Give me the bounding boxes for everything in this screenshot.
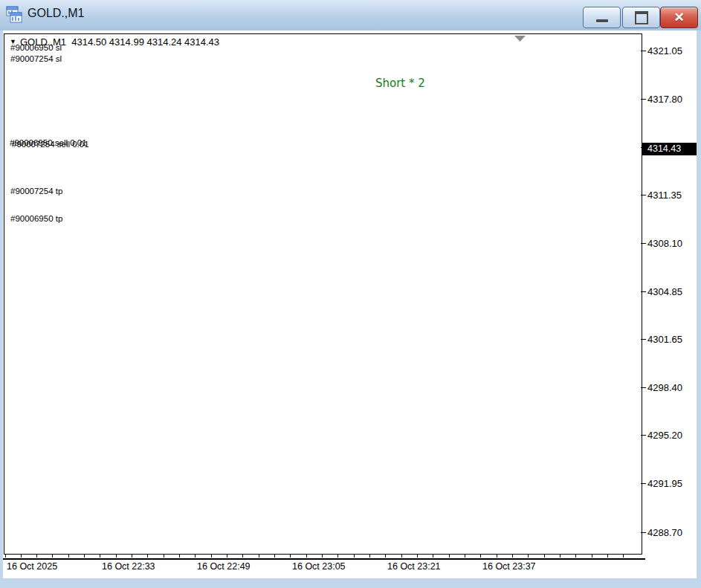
plot-border <box>4 33 642 554</box>
price-axis-label[interactable]: 4308.10 <box>647 238 682 249</box>
price-axis-label[interactable]: 4288.70 <box>647 527 682 538</box>
current-price-badge: 4314.43 <box>642 143 697 155</box>
time-axis-label[interactable]: 16 Oct 23:05 <box>292 561 346 572</box>
chart-canvas[interactable] <box>0 0 701 588</box>
price-axis-label[interactable]: 4317.80 <box>647 94 682 105</box>
order-label-tp[interactable]: #90007254 tp <box>10 187 62 196</box>
price-axis-label[interactable]: 4301.65 <box>647 334 682 345</box>
symbol-dropdown-arrow-icon: ▼ <box>10 38 16 45</box>
price-axis-label[interactable]: 4304.85 <box>647 286 682 297</box>
price-axis-label[interactable]: 4321.05 <box>647 45 682 56</box>
price-axis-label[interactable]: 4295.20 <box>647 430 682 441</box>
time-axis-label[interactable]: 16 Oct 2025 <box>7 561 57 572</box>
time-axis-label[interactable]: 16 Oct 23:37 <box>482 561 536 572</box>
chart-ohlc-header: ▼GOLD.,M1 4314.50 4314.99 4314.24 4314.4… <box>10 36 219 48</box>
short-annotation-text[interactable]: Short * 2 <box>375 77 425 90</box>
order-label-tp[interactable]: #90006950 tp <box>10 214 62 223</box>
mt4-chart-window: GOLD.,M1 ✕ ▼GOLD.,M1 4314.50 4314.99 431… <box>0 0 701 588</box>
price-axis-label[interactable]: 4311.35 <box>647 190 682 201</box>
time-axis-label[interactable]: 16 Oct 23:21 <box>387 561 441 572</box>
order-label-sell[interactable]: #90007254 sell 0.01 <box>12 140 89 149</box>
order-label-sl[interactable]: #90007254 sl <box>10 54 62 63</box>
time-axis-label[interactable]: 16 Oct 22:49 <box>197 561 251 572</box>
price-axis-label[interactable]: 4291.95 <box>647 478 682 489</box>
time-axis-label[interactable]: 16 Oct 22:33 <box>102 561 155 572</box>
chart-ohlc-values: GOLD.,M1 4314.50 4314.99 4314.24 4314.43 <box>20 36 219 48</box>
price-axis-label[interactable]: 4298.40 <box>647 382 682 393</box>
